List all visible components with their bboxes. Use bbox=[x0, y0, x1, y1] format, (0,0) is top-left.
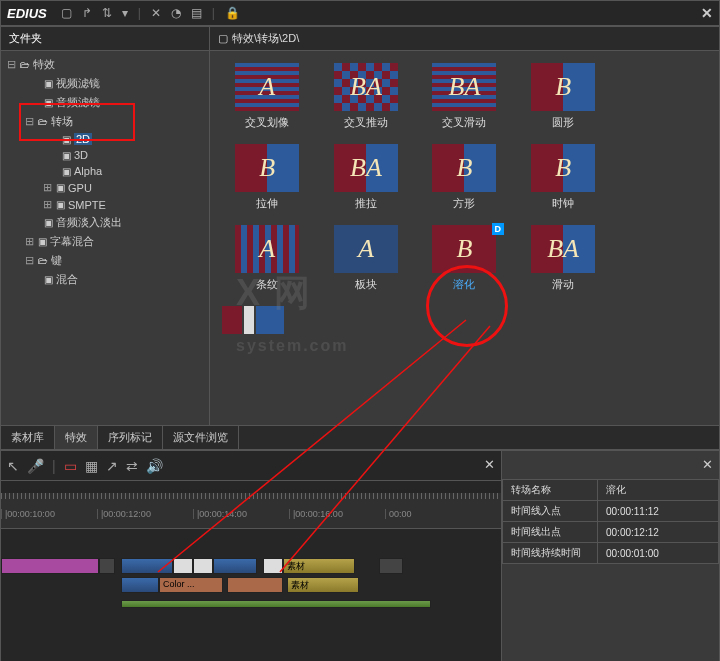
timeline-ruler[interactable]: |00:00:10:00|00:00:12:00|00:00:14:00|00:… bbox=[1, 493, 501, 529]
tool-speaker-icon[interactable]: 🔊 bbox=[146, 458, 163, 474]
lock-icon[interactable]: 🔒 bbox=[225, 6, 240, 20]
fx-item-0[interactable]: A交叉划像 bbox=[222, 63, 313, 130]
paint-icon[interactable]: ◔ bbox=[171, 6, 181, 20]
fx-label: 条纹 bbox=[256, 277, 278, 292]
fx-label: 交叉推动 bbox=[344, 115, 388, 130]
fx-label: 溶化 bbox=[453, 277, 475, 292]
tree-item-video-filter[interactable]: ▣视频滤镜 bbox=[1, 74, 209, 93]
tree-item-3d[interactable]: ▣3D bbox=[1, 147, 209, 163]
sep: | bbox=[212, 6, 215, 20]
folder-icon: ▢ bbox=[218, 32, 228, 45]
fx-item-6[interactable]: BA推拉 bbox=[321, 144, 412, 211]
close-button[interactable]: ✕ bbox=[701, 5, 713, 21]
timeline-toolbar: ↖ 🎤 | ▭ ▦ ↗ ⇄ 🔊 bbox=[1, 451, 501, 481]
fx-item-10[interactable]: A条纹 bbox=[222, 225, 313, 292]
toolbar-icons: ▢ ↱ ⇅ ▾ | ✕ ◔ ▤ | 🔒 bbox=[61, 6, 240, 20]
extra-thumb[interactable] bbox=[222, 306, 707, 334]
ruler-tick: |00:00:14:00 bbox=[193, 509, 289, 519]
tool-cursor-icon[interactable]: ↖ bbox=[7, 458, 19, 474]
tool-monitor-icon[interactable]: ▭ bbox=[64, 458, 77, 474]
fx-item-7[interactable]: B方形 bbox=[419, 144, 510, 211]
tree-item-blend[interactable]: ▣混合 bbox=[1, 270, 209, 289]
tree-item-effects[interactable]: ⊟🗁特效 bbox=[1, 55, 209, 74]
layout-icon[interactable]: ↱ bbox=[82, 6, 92, 20]
info-row: 时间线入点00:00:11:12 bbox=[503, 501, 719, 522]
fx-label: 推拉 bbox=[355, 196, 377, 211]
tree-item-alpha[interactable]: ▣Alpha bbox=[1, 163, 209, 179]
default-badge: D bbox=[492, 223, 504, 235]
cut-icon[interactable]: ✕ bbox=[151, 6, 161, 20]
sep: | bbox=[52, 458, 56, 474]
info-panel: ✕ 转场名称溶化时间线入点00:00:11:12时间线出点00:00:12:12… bbox=[502, 450, 720, 661]
tree-item-audio-filter[interactable]: ▣音频滤镜 bbox=[1, 93, 209, 112]
track-v2[interactable]: Color ... 素材 bbox=[1, 576, 501, 594]
tab-1[interactable]: 特效 bbox=[55, 426, 98, 449]
tab-2[interactable]: 序列标记 bbox=[98, 426, 163, 449]
info-row: 时间线出点00:00:12:12 bbox=[503, 522, 719, 543]
fx-label: 拉伸 bbox=[256, 196, 278, 211]
list-icon[interactable]: ▤ bbox=[191, 6, 202, 20]
tree-item-smpte[interactable]: ⊞▣SMPTE bbox=[1, 196, 209, 213]
panel-tabs: 素材库特效序列标记源文件浏览 bbox=[0, 426, 720, 450]
fx-item-12[interactable]: BD溶化 bbox=[419, 225, 510, 292]
folder-tree-header: 文件夹 bbox=[1, 27, 209, 51]
breadcrumb-bar: ▢ 特效\转场\2D\ bbox=[210, 27, 719, 51]
tree-item-key[interactable]: ⊟🗁键 bbox=[1, 251, 209, 270]
ruler-tick: |00:00:16:00 bbox=[289, 509, 385, 519]
tree-item-transition[interactable]: ⊟🗁转场 bbox=[1, 112, 209, 131]
folder-tree-panel: 文件夹 ⊟🗁特效 ▣视频滤镜 ▣音频滤镜 ⊟🗁转场 ▣2D ▣3D ▣Alpha… bbox=[0, 26, 210, 426]
fx-label: 圆形 bbox=[552, 115, 574, 130]
transition-info-table: 转场名称溶化时间线入点00:00:11:12时间线出点00:00:12:12时间… bbox=[502, 479, 719, 564]
fx-item-3[interactable]: B圆形 bbox=[518, 63, 609, 130]
ruler-tick: |00:00:10:00 bbox=[1, 509, 97, 519]
breadcrumb-path: 特效\转场\2D\ bbox=[232, 31, 299, 46]
fx-label: 交叉划像 bbox=[245, 115, 289, 130]
fx-item-1[interactable]: BA交叉推动 bbox=[321, 63, 412, 130]
tree-item-audio-fade[interactable]: ▣音频淡入淡出 bbox=[1, 213, 209, 232]
ruler-tick: |00:00:12:00 bbox=[97, 509, 193, 519]
ruler-tick: 00:00 bbox=[385, 509, 481, 519]
sep: | bbox=[138, 6, 141, 20]
info-row: 时间线持续时间00:00:01:00 bbox=[503, 543, 719, 564]
tab-0[interactable]: 素材库 bbox=[1, 426, 55, 449]
tool-mic-icon[interactable]: 🎤 bbox=[27, 458, 44, 474]
effects-grid-panel: ▢ 特效\转场\2D\ A交叉划像BA交叉推动BA交叉滑动B圆形B拉伸BA推拉B… bbox=[210, 26, 720, 426]
more-icon[interactable]: ▾ bbox=[122, 6, 128, 20]
fx-label: 板块 bbox=[355, 277, 377, 292]
fx-label: 交叉滑动 bbox=[442, 115, 486, 130]
fx-label: 方形 bbox=[453, 196, 475, 211]
tool-transition-icon[interactable]: ⇄ bbox=[126, 458, 138, 474]
tool-arrow-icon[interactable]: ↗ bbox=[106, 458, 118, 474]
title-bar: EDIUS ▢ ↱ ⇅ ▾ | ✕ ◔ ▤ | 🔒 ✕ bbox=[0, 0, 720, 26]
timeline-panel: ↖ 🎤 | ▭ ▦ ↗ ⇄ 🔊 ✕ |00:00:10:00|00:00:12:… bbox=[0, 450, 502, 661]
tree-item-gpu[interactable]: ⊞▣GPU bbox=[1, 179, 209, 196]
app-title: EDIUS bbox=[7, 6, 47, 21]
align-icon[interactable]: ⇅ bbox=[102, 6, 112, 20]
timeline-tracks: 素材 Color ... 素材 bbox=[1, 529, 501, 613]
tree-item-2d[interactable]: ▣2D bbox=[1, 131, 209, 147]
fx-label: 时钟 bbox=[552, 196, 574, 211]
tab-3[interactable]: 源文件浏览 bbox=[163, 426, 239, 449]
fx-label: 滑动 bbox=[552, 277, 574, 292]
tool-edit-icon[interactable]: ▦ bbox=[85, 458, 98, 474]
tree-item-title-mix[interactable]: ⊞▣字幕混合 bbox=[1, 232, 209, 251]
fx-item-5[interactable]: B拉伸 bbox=[222, 144, 313, 211]
folder-tree: ⊟🗁特效 ▣视频滤镜 ▣音频滤镜 ⊟🗁转场 ▣2D ▣3D ▣Alpha ⊞▣G… bbox=[1, 51, 209, 425]
track-v1[interactable]: 素材 bbox=[1, 557, 501, 575]
folder-icon[interactable]: ▢ bbox=[61, 6, 72, 20]
track-a1[interactable] bbox=[1, 595, 501, 613]
info-row: 转场名称溶化 bbox=[503, 480, 719, 501]
fx-item-2[interactable]: BA交叉滑动 bbox=[419, 63, 510, 130]
fx-item-13[interactable]: BA滑动 bbox=[518, 225, 609, 292]
effects-grid: A交叉划像BA交叉推动BA交叉滑动B圆形B拉伸BA推拉B方形B时钟A条纹A板块B… bbox=[210, 51, 719, 425]
info-close-button[interactable]: ✕ bbox=[702, 457, 713, 472]
fx-item-11[interactable]: A板块 bbox=[321, 225, 412, 292]
fx-item-8[interactable]: B时钟 bbox=[518, 144, 609, 211]
timeline-close-button[interactable]: ✕ bbox=[484, 457, 495, 472]
